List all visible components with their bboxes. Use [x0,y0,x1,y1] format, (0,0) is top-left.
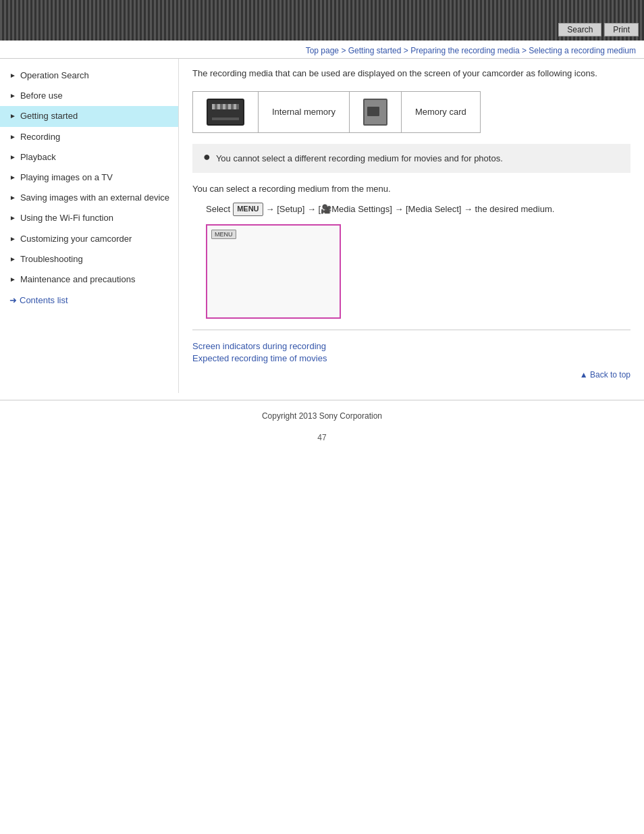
breadcrumb: Top page > Getting started > Preparing t… [0,41,644,59]
memory-card-label-cell: Memory card [401,91,480,132]
sidebar-item-playing-images[interactable]: ► Playing images on a TV [0,167,178,188]
menu-button-inline: MENU [233,203,263,216]
arrow-icon: ► [9,91,16,101]
sidebar-item-label: Troubleshooting [20,253,171,265]
sidebar-item-label: Using the Wi-Fi function [20,212,171,224]
sidebar-item-label: Getting started [20,110,171,122]
note-bullet: ● You cannot select a different recordin… [203,152,620,165]
select-instruction: Select MENU → [Setup] → [🎥Media Settings… [206,203,630,217]
copyright: Copyright 2013 Sony Corporation [0,400,644,426]
sidebar-item-playback[interactable]: ► Playback [0,147,178,167]
arrow-icon: ► [9,213,16,223]
arrow-icon: ► [9,234,16,244]
internal-memory-icon [207,99,244,126]
menu-button-screen: MENU [211,230,236,239]
camcorder-screenshot: MENU [206,224,341,319]
header-buttons: Search Print [558,23,639,36]
arrow-icon: ► [9,193,16,203]
sidebar-item-saving-images[interactable]: ► Saving images with an external device [0,188,178,208]
sidebar-item-label: Playing images on a TV [20,172,171,184]
sidebar-item-label: Playback [20,151,171,163]
arrow-icon: ► [9,111,16,121]
content-area: The recording media that can be used are… [179,59,644,393]
breadcrumb-top[interactable]: Top page [306,46,339,55]
bullet-dot-icon: ● [203,151,211,163]
arrow-icon: ► [9,255,16,264]
arrow-right-icon: ➜ [9,295,17,305]
instruction-text: You can select a recording medium from t… [192,182,630,196]
footer-links: Screen indicators during recording Expec… [192,341,630,363]
sidebar: ► Operation Search ► Before use ► Gettin… [0,59,179,393]
sidebar-item-label: Before use [20,90,171,102]
sidebar-item-label: Customizing your camcorder [20,233,171,245]
note-text: You cannot select a different recording … [216,152,503,165]
sidebar-item-label: Saving images with an external device [20,192,171,204]
contents-list-label: Contents list [20,295,68,305]
contents-list-link[interactable]: ➜ Contents list [0,290,178,311]
page-number: 47 [0,426,644,449]
sidebar-item-getting-started[interactable]: ► Getting started [0,106,178,126]
divider [192,330,630,330]
content-intro: The recording media that can be used are… [192,67,630,80]
breadcrumb-preparing[interactable]: Preparing the recording media [410,46,519,55]
header-bar: Search Print [0,0,644,41]
internal-memory-label-cell: Internal memory [259,91,350,132]
arrow-icon: ► [9,71,16,80]
select-steps: → [Setup] → [🎥Media Settings] → [Media S… [266,203,555,217]
sidebar-item-maintenance[interactable]: ► Maintenance and precautions [0,269,178,290]
internal-memory-cell [193,91,259,132]
arrow-icon: ► [9,132,16,142]
internal-memory-label: Internal memory [272,107,336,117]
sidebar-item-label: Recording [20,131,171,143]
memory-card-icon [363,99,387,126]
sidebar-item-recording[interactable]: ► Recording [0,127,178,147]
media-icons-table: Internal memory Memory card [192,91,481,133]
footer-link-screen-indicators[interactable]: Screen indicators during recording [192,341,630,351]
back-to-top[interactable]: ▲ Back to top [192,370,630,380]
sidebar-item-before-use[interactable]: ► Before use [0,86,178,106]
select-prefix: Select [206,203,230,217]
sidebar-item-label: Operation Search [20,70,171,82]
footer-link-recording-time[interactable]: Expected recording time of movies [192,353,630,363]
sidebar-item-label: Maintenance and precautions [20,273,171,286]
sidebar-item-operation-search[interactable]: ► Operation Search [0,66,178,86]
note-box: ● You cannot select a different recordin… [192,144,630,174]
memory-card-label: Memory card [415,107,466,117]
search-button[interactable]: Search [558,23,601,36]
arrow-icon: ► [9,275,16,284]
sidebar-item-customizing[interactable]: ► Customizing your camcorder [0,229,178,249]
arrow-icon: ► [9,153,16,162]
arrow-icon: ► [9,173,16,182]
breadcrumb-current: Selecting a recording medium [529,46,636,55]
memory-card-cell [349,91,401,132]
sidebar-item-wifi[interactable]: ► Using the Wi-Fi function [0,208,178,228]
breadcrumb-getting-started[interactable]: Getting started [348,46,402,55]
sidebar-item-troubleshooting[interactable]: ► Troubleshooting [0,249,178,269]
main-layout: ► Operation Search ► Before use ► Gettin… [0,59,644,393]
print-button[interactable]: Print [604,23,639,36]
